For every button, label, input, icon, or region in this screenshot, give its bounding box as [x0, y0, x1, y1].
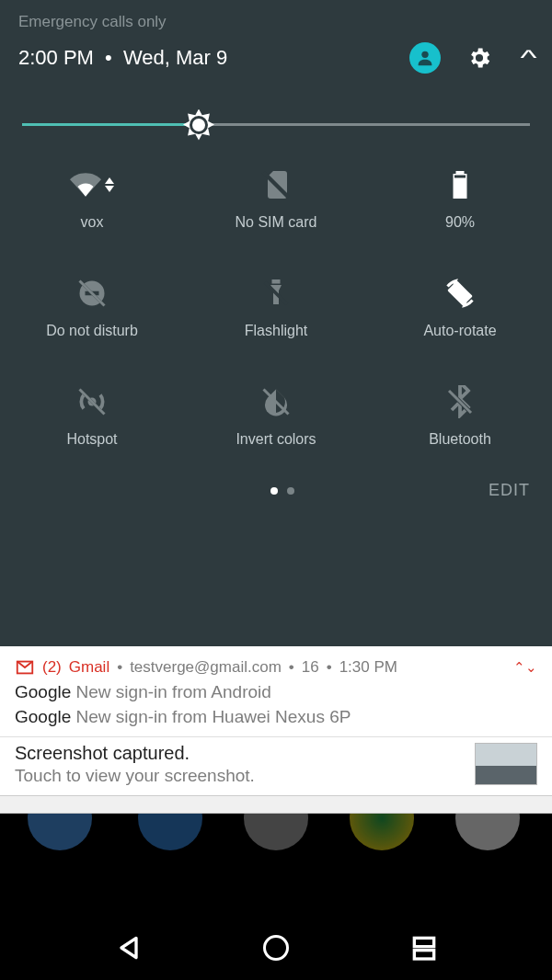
user-avatar[interactable]: [409, 42, 441, 74]
chevron-up-icon: ^: [520, 45, 536, 70]
quick-settings-panel: Emergency calls only 2:00 PM • Wed, Mar …: [0, 0, 552, 646]
subject: New sign-in from Android: [76, 682, 271, 701]
qs-footer: EDIT: [0, 455, 552, 517]
notification-count: (2): [42, 658, 62, 677]
notification-area: (2) Gmail • testverge@gmail.com • 16 • 1…: [0, 646, 552, 814]
page-dot-2: [287, 487, 294, 495]
no-sim-icon: [259, 168, 293, 201]
wifi-icon: [70, 169, 101, 200]
recents-icon: [409, 933, 439, 963]
tile-label: Hotspot: [66, 431, 117, 448]
quick-settings-grid: vox No SIM card 90% Do not disturb Flash…: [0, 157, 552, 455]
separator-dot: •: [105, 46, 112, 69]
hotspot-off-icon: [75, 385, 109, 418]
tile-sim[interactable]: No SIM card: [184, 166, 368, 231]
bluetooth-off-icon: [443, 385, 477, 418]
status-network-text: Emergency calls only: [0, 0, 552, 39]
back-button[interactable]: [109, 929, 148, 967]
home-icon: [263, 935, 289, 961]
clock-date: Wed, Mar 9: [123, 46, 227, 69]
svg-point-0: [421, 51, 428, 58]
notification-time: 1:30 PM: [339, 658, 397, 677]
tile-autorotate[interactable]: Auto-rotate: [368, 275, 552, 339]
slider-fill: [22, 123, 205, 126]
brightness-slider[interactable]: [0, 92, 552, 157]
notification-screenshot[interactable]: Screenshot captured. Touch to view your …: [0, 737, 552, 795]
tile-label: Invert colors: [236, 431, 316, 448]
tile-hotspot[interactable]: Hotspot: [0, 383, 184, 448]
invert-colors-icon: [259, 385, 293, 418]
dnd-off-icon: [75, 277, 109, 310]
recents-button[interactable]: [405, 929, 443, 967]
tile-dnd[interactable]: Do not disturb: [0, 275, 184, 339]
flashlight-icon: [259, 277, 293, 310]
notification-app: Gmail: [69, 658, 109, 677]
home-button[interactable]: [257, 929, 295, 967]
tile-label: Bluetooth: [429, 431, 491, 448]
tile-label: vox: [81, 214, 104, 231]
notification-item: Google New sign-in from Android: [15, 678, 537, 702]
slider-thumb[interactable]: [183, 109, 214, 141]
notification-header: (2) Gmail • testverge@gmail.com • 16 • 1…: [15, 657, 537, 678]
datetime[interactable]: 2:00 PM • Wed, Mar 9: [18, 46, 409, 70]
brightness-icon: [183, 109, 214, 141]
separator-dot: •: [289, 658, 294, 677]
sender: Google: [15, 682, 71, 701]
tile-invert[interactable]: Invert colors: [184, 383, 368, 448]
collapse-button[interactable]: ^: [520, 45, 536, 71]
tile-label: Do not disturb: [46, 323, 138, 339]
tile-wifi[interactable]: vox: [0, 166, 184, 231]
tile-label: Flashlight: [245, 323, 307, 339]
wifi-activity-icon: [105, 177, 114, 192]
settings-button[interactable]: [466, 45, 492, 71]
tile-label: No SIM card: [236, 214, 317, 231]
svg-line-12: [80, 390, 105, 415]
notification-account: testverge@gmail.com: [130, 658, 282, 677]
svg-rect-2: [454, 176, 466, 178]
expand-toggle-icon[interactable]: ⌃⌄: [513, 659, 537, 676]
back-icon: [114, 933, 144, 963]
svg-rect-18: [414, 951, 433, 959]
notification-title: Screenshot captured.: [15, 743, 466, 764]
separator-dot: •: [117, 658, 122, 677]
battery-icon: [443, 168, 477, 201]
tile-label: Auto-rotate: [423, 323, 496, 339]
page-indicator[interactable]: [77, 487, 489, 495]
page-dot-1: [270, 487, 278, 495]
notification-subtitle: Touch to view your screenshot.: [15, 764, 466, 786]
notification-item: Google New sign-in from Huawei Nexus 6P: [15, 702, 537, 727]
notification-gmail[interactable]: (2) Gmail • testverge@gmail.com • 16 • 1…: [0, 646, 552, 737]
notification-more-count: 16: [302, 658, 319, 677]
gear-icon: [466, 45, 492, 71]
qs-header: 2:00 PM • Wed, Mar 9 ^: [0, 39, 552, 92]
tile-label: 90%: [445, 214, 475, 231]
edit-button[interactable]: EDIT: [489, 481, 530, 500]
screenshot-thumbnail: [475, 743, 537, 785]
sender: Google: [15, 707, 71, 726]
svg-rect-7: [272, 279, 281, 284]
homescreen-background: [0, 814, 552, 864]
navigation-bar: [0, 916, 552, 980]
tile-flashlight[interactable]: Flashlight: [184, 275, 368, 339]
svg-rect-17: [414, 938, 433, 946]
autorotate-icon: [443, 277, 477, 310]
tile-battery[interactable]: 90%: [368, 166, 552, 231]
clock-time: 2:00 PM: [18, 46, 94, 69]
person-icon: [415, 48, 435, 68]
notification-shelf-handle[interactable]: [0, 795, 552, 814]
slider-track: [22, 123, 530, 126]
gmail-icon: [15, 657, 35, 678]
tile-bluetooth[interactable]: Bluetooth: [368, 383, 552, 448]
separator-dot: •: [327, 658, 332, 677]
subject: New sign-in from Huawei Nexus 6P: [76, 707, 351, 726]
